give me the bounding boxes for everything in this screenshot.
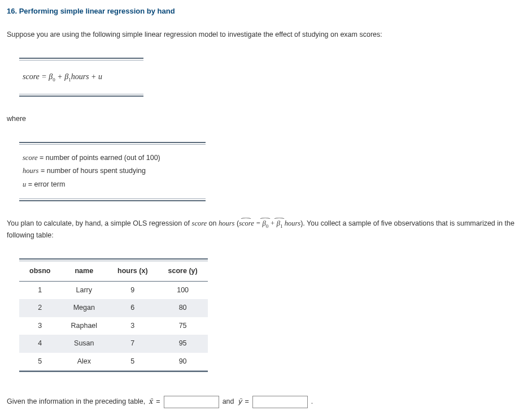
- def-hours-text: = number of hours spent studying: [38, 167, 145, 175]
- xbar-symbol: x̄: [149, 396, 152, 407]
- def-hours-var: hours: [23, 167, 38, 175]
- table-row: 1Larry9100: [19, 282, 208, 300]
- table-row: 4Susan795: [19, 335, 208, 352]
- table-row: 2Megan680: [19, 299, 208, 317]
- xbar-input[interactable]: [164, 396, 219, 408]
- def-u-text: = error term: [26, 180, 65, 188]
- col-name: name: [61, 261, 108, 282]
- def-score-text: = number of points earned (out of 100): [38, 154, 160, 162]
- equation-block: score = β0 + β1hours + u: [19, 58, 143, 97]
- col-obsno: obsno: [19, 261, 61, 282]
- definitions-block: score = number of points earned (out of …: [19, 142, 206, 201]
- col-score: score (y): [158, 261, 208, 282]
- question-title: 16. Performing simple linear regression …: [7, 6, 525, 17]
- ybar-symbol: ȳ: [238, 396, 242, 407]
- col-hours: hours (x): [107, 261, 158, 282]
- def-score-var: score: [23, 154, 38, 162]
- answer-line: Given the information in the preceding t…: [7, 396, 525, 408]
- data-table: obsno name hours (x) score (y) 1Larry910…: [19, 258, 208, 373]
- table-row: 5Alex590: [19, 353, 208, 371]
- table-row: 3Raphael375: [19, 317, 208, 335]
- model-equation: score = β0 + β1hours + u: [19, 60, 143, 94]
- ybar-input[interactable]: [252, 396, 308, 408]
- intro-text: Suppose you are using the following simp…: [7, 29, 525, 40]
- where-label: where: [7, 114, 525, 124]
- plan-text: You plan to calculate, by hand, a simple…: [7, 218, 525, 241]
